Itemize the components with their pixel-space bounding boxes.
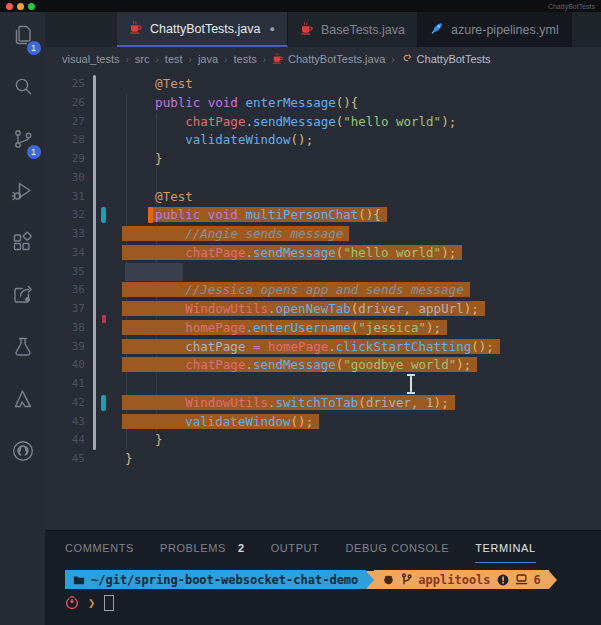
editor-tab-2[interactable]: BaseTests.java <box>288 12 418 47</box>
breadcrumb-item[interactable]: ChattyBotTests <box>401 52 491 66</box>
code-line[interactable]: 42 WindowUtils.switchToTab(driver, 1); <box>45 394 601 413</box>
code-line[interactable]: 31 @Test <box>45 188 601 207</box>
code-line[interactable]: 35 <box>45 263 601 282</box>
code-line[interactable]: 44 } <box>45 431 601 450</box>
line-number[interactable]: 42 <box>45 394 85 413</box>
line-number[interactable]: 28 <box>45 131 85 150</box>
code-text: @Test <box>125 188 601 207</box>
panel-tab-bar: COMMENTSPROBLEMS2OUTPUTDEBUG CONSOLETERM… <box>45 531 601 563</box>
code-line[interactable]: 34 chatPage.sendMessage("hello world"); <box>45 244 601 263</box>
untracked-files-icon <box>515 574 528 585</box>
line-number[interactable]: 30 <box>45 169 85 188</box>
code-line[interactable]: 43 validateWindow(); <box>45 413 601 432</box>
code-line[interactable]: 40 chatPage.sendMessage("goodbye world")… <box>45 356 601 375</box>
code-line[interactable]: 32 public void multiPersonChat(){ <box>45 206 601 225</box>
panel-tab-debug-console[interactable]: DEBUG CONSOLE <box>345 531 449 563</box>
code-line[interactable]: 28 validateWindow(); <box>45 131 601 150</box>
line-number[interactable]: 34 <box>45 244 85 263</box>
gutter-marker-teal <box>101 207 106 223</box>
code-line[interactable]: 36 //Jessica opens app and sends message <box>45 281 601 300</box>
code-line[interactable]: 45} <box>45 450 601 469</box>
code-line[interactable]: 30 <box>45 169 601 188</box>
breadcrumb-item[interactable]: test <box>165 53 183 65</box>
activity-bar-item-github[interactable] <box>8 438 38 468</box>
line-number[interactable]: 25 <box>45 75 85 94</box>
breadcrumb-label: src <box>135 53 150 65</box>
activity-bar-item-source-control[interactable]: 1 <box>8 126 38 156</box>
java-file-icon <box>300 21 314 38</box>
activity-bar-item-explorer[interactable]: 1 <box>8 22 38 52</box>
panel-tab-problems[interactable]: PROBLEMS2 <box>160 531 245 563</box>
breadcrumb-item[interactable]: ChattyBotTests.java <box>272 52 385 66</box>
terminal-input-line: ❯ <box>65 593 601 613</box>
terminal-cursor <box>104 595 114 611</box>
code-line[interactable]: 29 } <box>45 150 601 169</box>
code-line[interactable]: 38 homePage.enterUsername("jessica"); <box>45 319 601 338</box>
code-line[interactable]: 26 public void enterMessage(){ <box>45 94 601 113</box>
prompt-status-icon <box>65 596 79 610</box>
breadcrumb-item[interactable]: java <box>198 53 218 65</box>
line-number[interactable]: 43 <box>45 413 85 432</box>
terminal-cwd: ~/git/spring-boot-websocket-chat-demo <box>91 573 358 587</box>
activity-bar-item-test-beaker[interactable] <box>8 334 38 364</box>
line-number[interactable]: 44 <box>45 431 85 450</box>
line-number[interactable]: 27 <box>45 113 85 132</box>
dirty-indicator[interactable]: ● <box>269 24 274 34</box>
zoom-window-button[interactable] <box>28 3 35 10</box>
editor[interactable]: 25 @Test26 public void enterMessage(){27… <box>45 71 601 530</box>
minimize-window-button[interactable] <box>17 3 24 10</box>
line-number[interactable]: 39 <box>45 338 85 357</box>
search-icon <box>10 74 36 104</box>
code-text: } <box>125 150 601 169</box>
code-text: chatPage = homePage.clickStartChatting()… <box>125 338 601 357</box>
panel-tab-terminal[interactable]: TERMINAL <box>475 531 535 563</box>
prompt-git-segment: applitools 6 <box>374 570 548 589</box>
editor-tab-1[interactable]: ChattyBotTests.java● <box>117 12 288 47</box>
panel-tab-label: OUTPUT <box>271 542 320 554</box>
line-number[interactable]: 29 <box>45 150 85 169</box>
line-number[interactable]: 40 <box>45 356 85 375</box>
code-line[interactable]: 41 <box>45 375 601 394</box>
close-window-button[interactable] <box>6 3 13 10</box>
code-line[interactable]: 37 WindowUtils.openNewTab(driver, appUrl… <box>45 300 601 319</box>
tab-label: BaseTests.java <box>321 23 405 37</box>
tab-bar-spacer <box>45 12 117 47</box>
activity-bar-item-run-debug[interactable] <box>8 178 38 208</box>
line-number[interactable]: 32 <box>45 206 85 225</box>
editor-tab-3[interactable]: azure-pipelines.yml <box>418 12 572 47</box>
activity-bar-item-azure[interactable] <box>8 386 38 416</box>
code-line[interactable]: 27 chatPage.sendMessage("hello world"); <box>45 113 601 132</box>
breadcrumb-item[interactable]: visual_tests <box>62 53 119 65</box>
activity-bar-item-share[interactable] <box>8 282 38 312</box>
code-text: validateWindow(); <box>125 413 601 432</box>
line-number[interactable]: 26 <box>45 94 85 113</box>
line-number[interactable]: 45 <box>45 450 85 469</box>
line-number[interactable]: 33 <box>45 225 85 244</box>
terminal-prompt: ~/git/spring-boot-websocket-chat-demo <box>65 570 601 589</box>
azure-icon <box>10 386 36 416</box>
terminal[interactable]: ~/git/spring-boot-websocket-chat-demo <box>45 563 601 625</box>
breadcrumb-label: test <box>165 53 183 65</box>
panel-tab-output[interactable]: OUTPUT <box>271 531 320 563</box>
line-number[interactable]: 35 <box>45 263 85 282</box>
panel-tab-comments[interactable]: COMMENTS <box>65 531 134 563</box>
activity-bar-item-extensions[interactable] <box>8 230 38 260</box>
code-line[interactable]: 33 //Angie sends message <box>45 225 601 244</box>
breadcrumb-label: ChattyBotTests.java <box>288 53 385 65</box>
prompt-path-segment: ~/git/spring-boot-websocket-chat-demo <box>65 570 366 589</box>
line-number[interactable]: 37 <box>45 300 85 319</box>
breadcrumb-label: visual_tests <box>62 53 119 65</box>
line-number[interactable]: 38 <box>45 319 85 338</box>
breadcrumb-item[interactable]: src <box>135 53 150 65</box>
line-number[interactable]: 36 <box>45 281 85 300</box>
class-symbol-icon <box>401 52 413 66</box>
code-text: } <box>125 450 601 469</box>
activity-bar-item-search[interactable] <box>8 74 38 104</box>
breadcrumb-item[interactable]: tests <box>233 53 256 65</box>
line-number[interactable]: 41 <box>45 375 85 394</box>
selection-highlight: validateWindow(); <box>125 414 313 429</box>
code-text: WindowUtils.openNewTab(driver, appUrl); <box>125 300 601 319</box>
code-line[interactable]: 39 chatPage = homePage.clickStartChattin… <box>45 338 601 357</box>
line-number[interactable]: 31 <box>45 188 85 207</box>
code-line[interactable]: 25 @Test <box>45 75 601 94</box>
